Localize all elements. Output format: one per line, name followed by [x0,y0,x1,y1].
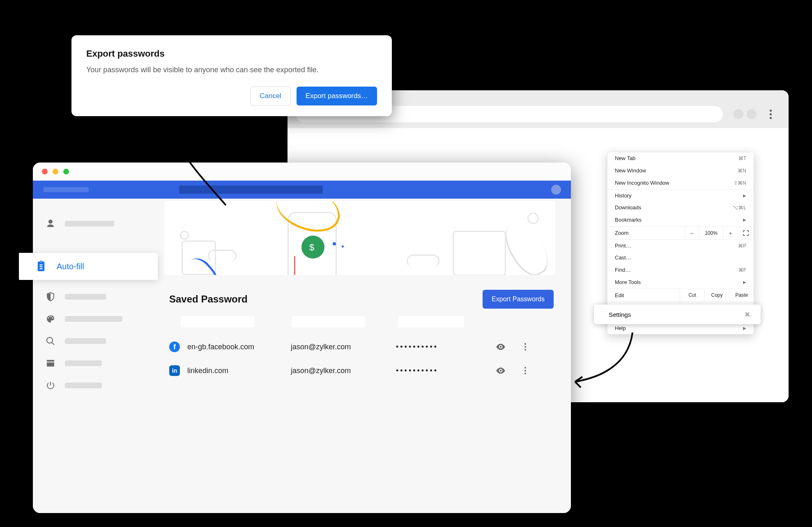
eye-icon [495,341,506,352]
close-window-button[interactable] [42,169,48,174]
settings-sidebar [33,199,156,513]
menu-settings[interactable]: Settings ⌘, [594,305,761,324]
show-password-button[interactable] [486,365,515,376]
menu-shortcut: ⇧⌘N [734,180,746,186]
menu-label: Settings [609,311,631,318]
shield-icon [45,291,56,302]
password-row: f en-gb.facebook.com jason@zylker.com ••… [164,335,555,359]
export-passwords-confirm-button[interactable]: Export passwords… [297,87,377,105]
menu-label: History [615,193,631,199]
submenu-arrow-icon: ▶ [743,325,746,331]
search-icon [45,336,56,346]
facebook-icon: f [169,341,180,352]
eye-icon [495,365,506,376]
menu-history[interactable]: History ▶ [607,189,754,202]
menu-label: Find… [615,267,630,273]
sidebar-label-placeholder [65,338,106,344]
menu-label: New Tab [615,156,635,161]
site-name: linkedin.com [187,367,228,375]
palette-icon [45,314,56,324]
menu-label: Print… [615,243,631,249]
profile-avatar-placeholder [734,109,743,119]
export-passwords-button[interactable]: Export Passwords [483,290,554,309]
submenu-arrow-icon: ▶ [743,280,746,285]
browser-menu-button[interactable] [766,107,775,121]
edit-cut-button[interactable]: Cut [680,289,704,301]
menu-print[interactable]: Print… ⌘P [607,239,754,252]
sidebar-item-autofill[interactable]: Auto-fill [19,253,158,280]
menu-more-tools[interactable]: More Tools ▶ [607,276,754,289]
settings-body: $ Saved Password Export Passwords [33,199,571,513]
sidebar-item-you[interactable] [33,213,156,235]
menu-new-tab[interactable]: New Tab ⌘T [607,152,754,165]
show-password-button[interactable] [486,341,515,352]
export-passwords-dialog: Export passwords Your passwords will be … [71,35,392,116]
sidebar-label-placeholder [65,316,122,322]
menu-new-incognito[interactable]: New Incognito Window ⇧⌘N [607,177,754,189]
sidebar-label-placeholder [65,383,102,388]
sidebar-item-label: Auto-fill [57,262,84,271]
menu-label: Downloads [615,205,641,211]
linkedin-icon: in [169,365,180,376]
banner-illustration: $ [164,201,555,275]
zoom-value: 100% [699,227,723,239]
menu-shortcut: ⌥⌘L [733,205,746,211]
sidebar-item-privacy[interactable] [33,286,156,308]
saved-password-header: Saved Password Export Passwords [169,290,554,309]
username-cell: jason@zylker.com [291,367,396,375]
settings-window: $ Saved Password Export Passwords [33,163,571,513]
row-more-button[interactable] [515,367,536,374]
dialog-actions: Cancel Export passwords… [86,87,377,105]
minimize-window-button[interactable] [53,169,58,174]
menu-label: New Incognito Window [615,180,669,186]
menu-label: New Window [615,168,646,174]
menu-find[interactable]: Find… ⌘F [607,264,754,276]
menu-cast[interactable]: Cast… [607,252,754,264]
maximize-window-button[interactable] [63,169,69,174]
menu-label: Cast… [615,255,631,261]
menu-shortcut: ⌘, [745,312,752,318]
menu-shortcut: ⌘P [738,243,746,249]
row-more-button[interactable] [515,343,536,351]
column-header-placeholder [181,316,255,328]
sidebar-label-placeholder [65,360,102,366]
sidebar-item-default[interactable] [33,352,156,374]
fullscreen-icon [743,230,749,236]
menu-bookmarks[interactable]: Bookmarks ▶ [607,214,754,226]
passwords-table-header [164,316,555,328]
menu-edit-row: Edit Cut Copy Paste [607,289,754,302]
fullscreen-button[interactable] [737,227,754,239]
sidebar-label-placeholder [65,221,114,227]
window-titlebar [33,163,571,181]
password-cell: •••••••••• [396,343,486,351]
menu-shortcut: ⌘F [738,267,746,273]
sidebar-label-placeholder [65,294,106,300]
saved-password-title: Saved Password [169,293,248,305]
cancel-button[interactable]: Cancel [250,87,291,105]
profile-avatar[interactable] [551,185,561,195]
settings-content: $ Saved Password Export Passwords [156,199,571,513]
edit-paste-button[interactable]: Paste [729,289,754,301]
submenu-arrow-icon: ▶ [743,193,746,199]
header-placeholder [179,186,323,194]
zoom-in-button[interactable]: + [723,227,737,239]
sidebar-item-search[interactable] [33,330,156,352]
browser-icon [45,358,56,369]
menu-shortcut: ⌘N [738,168,746,174]
settings-header [33,181,571,199]
password-cell: •••••••••• [396,367,486,375]
zoom-out-button[interactable]: – [685,227,699,239]
clipboard-icon [35,261,47,272]
menu-label: Edit [607,289,680,302]
menu-label: Zoom [607,227,685,239]
menu-downloads[interactable]: Downloads ⌥⌘L [607,202,754,214]
sidebar-item-startup[interactable] [33,374,156,396]
header-placeholder [44,187,89,192]
sidebar-item-appearance[interactable] [33,308,156,330]
menu-new-window[interactable]: New Window ⌘N [607,165,754,177]
edit-copy-button[interactable]: Copy [704,289,729,301]
menu-label: Bookmarks [615,217,642,223]
extension-placeholder [747,109,757,119]
menu-shortcut: ⌘T [738,156,746,161]
column-header-placeholder [398,316,464,328]
